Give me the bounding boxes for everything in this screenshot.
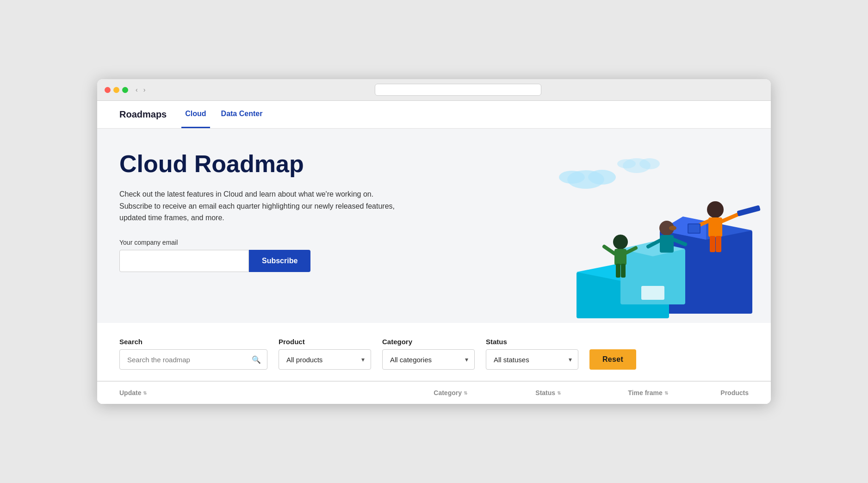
column-products: Products <box>720 389 749 396</box>
column-timeframe[interactable]: Time frame ⇅ <box>628 389 693 396</box>
table-header: Update ⇅ Category ⇅ Status ⇅ Time frame … <box>97 381 771 404</box>
sort-icon-update: ⇅ <box>143 390 147 396</box>
hero-title: Cloud Roadmap <box>119 151 443 177</box>
svg-rect-33 <box>688 224 700 233</box>
column-update[interactable]: Update ⇅ <box>119 389 434 396</box>
hero-content: Cloud Roadmap Check out the latest featu… <box>119 151 443 272</box>
email-label: Your company email <box>119 239 443 246</box>
column-update-label: Update <box>119 389 141 396</box>
browser-dots <box>105 87 128 93</box>
subscribe-button[interactable]: Subscribe <box>249 250 310 272</box>
back-button[interactable]: ‹ <box>134 85 140 94</box>
browser-chrome: ‹ › <box>97 79 771 101</box>
svg-rect-26 <box>708 217 722 237</box>
browser-window: ‹ › Roadmaps Cloud Data Center Cloud Roa… <box>97 79 771 404</box>
svg-line-29 <box>722 214 738 221</box>
category-select-wrapper: All categories <box>382 349 475 370</box>
svg-point-5 <box>617 159 636 168</box>
category-group: Category All categories <box>382 338 475 370</box>
sort-icon-category: ⇅ <box>464 390 467 396</box>
status-label: Status <box>486 338 578 346</box>
svg-rect-21 <box>660 235 674 253</box>
svg-rect-30 <box>737 205 760 217</box>
status-select-wrapper: All statuses <box>486 349 578 370</box>
reset-button[interactable]: Reset <box>589 349 636 370</box>
search-label: Search <box>119 338 267 346</box>
svg-point-25 <box>707 201 724 218</box>
column-status[interactable]: Status ⇅ <box>535 389 591 396</box>
svg-rect-15 <box>614 249 626 265</box>
email-section: Your company email Subscribe <box>119 239 443 272</box>
top-nav: Roadmaps Cloud Data Center <box>97 101 771 129</box>
product-select-wrapper: All products <box>279 349 371 370</box>
search-icon: 🔍 <box>252 355 261 364</box>
category-select[interactable]: All categories <box>382 349 475 370</box>
app-content: Roadmaps Cloud Data Center Cloud Roadmap… <box>97 101 771 404</box>
svg-rect-13 <box>641 286 664 300</box>
status-group: Status All statuses <box>486 338 578 370</box>
svg-point-14 <box>613 235 628 249</box>
minimize-dot[interactable] <box>113 87 119 93</box>
nav-brand: Roadmaps <box>119 109 167 120</box>
column-category[interactable]: Category ⇅ <box>434 389 508 396</box>
sort-icon-timeframe: ⇅ <box>664 390 668 396</box>
svg-point-1 <box>588 170 616 185</box>
category-label: Category <box>382 338 475 346</box>
address-bar[interactable] <box>375 84 541 96</box>
svg-point-2 <box>559 171 585 184</box>
column-timeframe-label: Time frame <box>628 389 662 396</box>
svg-rect-16 <box>616 264 620 278</box>
product-select[interactable]: All products <box>279 349 371 370</box>
product-group: Product All products <box>279 338 371 370</box>
filter-section: Search 🔍 Product All products <box>97 323 771 381</box>
search-group: Search 🔍 <box>119 338 267 370</box>
column-status-label: Status <box>535 389 555 396</box>
hero-illustration <box>530 129 771 323</box>
search-wrapper: 🔍 <box>119 349 267 370</box>
product-label: Product <box>279 338 371 346</box>
forward-button[interactable]: › <box>142 85 148 94</box>
search-input[interactable] <box>119 349 267 370</box>
maximize-dot[interactable] <box>122 87 128 93</box>
hero-section: Cloud Roadmap Check out the latest featu… <box>97 129 771 323</box>
svg-point-4 <box>639 158 660 169</box>
sort-icon-status: ⇅ <box>557 390 561 396</box>
status-select[interactable]: All statuses <box>486 349 578 370</box>
email-row: Subscribe <box>119 250 443 272</box>
svg-line-18 <box>604 247 614 254</box>
svg-rect-17 <box>621 264 626 278</box>
svg-rect-27 <box>710 236 715 252</box>
tab-data-center[interactable]: Data Center <box>217 101 267 128</box>
filter-row: Search 🔍 Product All products <box>119 338 749 381</box>
browser-nav: ‹ › <box>134 85 147 94</box>
column-category-label: Category <box>434 389 462 396</box>
tab-cloud[interactable]: Cloud <box>181 101 210 128</box>
svg-point-22 <box>669 226 676 230</box>
svg-rect-28 <box>716 236 721 252</box>
column-products-label: Products <box>720 389 749 396</box>
nav-tabs: Cloud Data Center <box>181 101 266 128</box>
close-dot[interactable] <box>105 87 111 93</box>
hero-description: Check out the latest features in Cloud a… <box>119 188 406 224</box>
email-input[interactable] <box>119 250 249 272</box>
